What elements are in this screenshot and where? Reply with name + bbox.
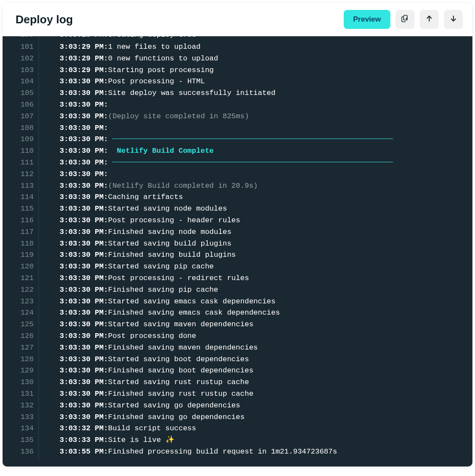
log-line[interactable]: 1253:03:30 PM: Started saving maven depe…	[3, 319, 462, 331]
deploy-log-card: Deploy log Preview	[3, 3, 472, 467]
arrow-down-icon	[449, 14, 458, 25]
log-line[interactable]: 1353:03:33 PM: Site is live ✨	[3, 435, 462, 446]
log-message: Post processing - redirect rules	[108, 273, 249, 284]
log-content: 3:03:30 PM:	[39, 134, 462, 145]
log-line[interactable]: 1063:03:30 PM:	[3, 99, 462, 111]
log-line[interactable]: 1223:03:30 PM: Finished saving pip cache	[3, 284, 462, 296]
deploy-log-header: Deploy log Preview	[3, 3, 472, 36]
log-timestamp: 3:03:30 PM:	[60, 111, 108, 123]
log-content: 3:03:30 PM:	[39, 99, 462, 111]
log-line[interactable]: 1083:03:30 PM:	[3, 123, 462, 134]
log-line[interactable]: 1203:03:30 PM: Started saving pip cache	[3, 261, 462, 273]
log-line[interactable]: 1303:03:30 PM: Started saving rust rustu…	[3, 377, 462, 388]
log-message: Started saving build plugins	[108, 238, 231, 250]
log-message: Started saving emacs cask dependencies	[108, 296, 276, 308]
log-line[interactable]: 1123:03:30 PM:	[3, 169, 462, 180]
log-line[interactable]: 1243:03:30 PM: Finished saving emacs cas…	[3, 307, 462, 319]
scroll-bottom-button[interactable]	[444, 10, 463, 29]
sparkle-icon: ✨	[165, 435, 174, 446]
log-timestamp: 3:03:30 PM:	[60, 88, 108, 99]
log-message: Started saving maven dependencies	[108, 319, 253, 331]
log-line[interactable]: 1133:03:30 PM: (Netlify Build completed …	[3, 180, 462, 192]
log-line[interactable]: 1323:03:30 PM: Started saving go depende…	[3, 400, 462, 412]
line-number: 107	[3, 111, 39, 123]
line-number: 113	[3, 180, 39, 192]
arrow-up-icon	[425, 14, 434, 25]
log-line[interactable]: 1213:03:30 PM: Post processing - redirec…	[3, 273, 462, 284]
log-content: 3:03:30 PM: (Netlify Build completed in …	[39, 180, 462, 192]
log-line[interactable]: 1153:03:30 PM: Started saving node modul…	[3, 203, 462, 215]
scroll-top-button[interactable]	[420, 10, 439, 29]
log-content: 3:03:30 PM:	[39, 169, 462, 180]
log-line[interactable]: 1013:03:29 PM: 1 new files to upload	[3, 41, 462, 53]
log-line[interactable]: 1103:03:30 PM: Netlify Build Complete	[3, 145, 462, 157]
line-number: 127	[3, 342, 39, 354]
preview-button[interactable]: Preview	[344, 10, 390, 29]
log-line[interactable]: 1193:03:30 PM: Finished saving build plu…	[3, 249, 462, 261]
log-content: 3:03:30 PM: Post processing - header rul…	[39, 215, 462, 227]
line-number: 118	[3, 238, 39, 250]
log-timestamp: 3:03:30 PM:	[60, 145, 108, 157]
log-line[interactable]: 1163:03:30 PM: Post processing - header …	[3, 215, 462, 227]
log-line[interactable]: 1183:03:30 PM: Started saving build plug…	[3, 238, 462, 250]
log-message: 1 new files to upload	[108, 41, 200, 53]
log-line[interactable]: 1343:03:32 PM: Build script success	[3, 423, 462, 435]
log-line[interactable]: 1113:03:30 PM:	[3, 157, 462, 169]
log-line[interactable]: 1053:03:30 PM: Site deploy was successfu…	[3, 88, 462, 99]
log-line[interactable]: 1003:03:29 PM: Creating deploy tree	[3, 36, 462, 41]
line-number: 101	[3, 41, 39, 53]
line-number: 121	[3, 273, 39, 284]
line-number: 129	[3, 365, 39, 377]
line-number: 108	[3, 123, 39, 134]
log-timestamp: 3:03:30 PM:	[60, 192, 108, 203]
log-line[interactable]: 1283:03:30 PM: Started saving boot depen…	[3, 354, 462, 366]
section-divider	[112, 139, 393, 139]
line-number: 125	[3, 319, 39, 331]
log-line[interactable]: 1023:03:29 PM: 0 new functions to upload	[3, 53, 462, 65]
log-line[interactable]: 1033:03:29 PM: Starting post processing	[3, 65, 462, 76]
log-message: Creating deploy tree	[108, 36, 196, 41]
log-message: Finished saving go dependencies	[108, 412, 244, 423]
log-content: 3:03:32 PM: Build script success	[39, 423, 462, 435]
log-timestamp: 3:03:32 PM:	[60, 423, 108, 435]
log-content: 3:03:30 PM: Started saving maven depende…	[39, 319, 462, 331]
log-line[interactable]: 1173:03:30 PM: Finished saving node modu…	[3, 227, 462, 238]
log-content: 3:03:30 PM:	[39, 157, 462, 169]
copy-log-button[interactable]	[396, 10, 415, 29]
clipboard-icon	[401, 14, 409, 25]
log-line[interactable]: 1093:03:30 PM:	[3, 134, 462, 145]
log-timestamp: 3:03:30 PM:	[60, 331, 108, 342]
log-timestamp: 3:03:30 PM:	[60, 319, 108, 331]
log-line[interactable]: 1333:03:30 PM: Finished saving go depend…	[3, 412, 462, 423]
log-line[interactable]: 1273:03:30 PM: Finished saving maven dep…	[3, 342, 462, 354]
log-message: Started saving go dependencies	[108, 400, 240, 412]
log-message: Finished saving pip cache	[108, 284, 218, 296]
log-line[interactable]: 1313:03:30 PM: Finished saving rust rust…	[3, 388, 462, 400]
log-line[interactable]: 1073:03:30 PM: (Deploy site completed in…	[3, 111, 462, 123]
log-content: 3:03:30 PM: Started saving go dependenci…	[39, 400, 462, 412]
log-content: 3:03:30 PM: Finished saving go dependenc…	[39, 412, 462, 423]
log-line[interactable]: 1143:03:30 PM: Caching artifacts	[3, 192, 462, 203]
log-line[interactable]: 1263:03:30 PM: Post processing done	[3, 331, 462, 342]
log-message: Site deploy was successfully initiated	[108, 88, 276, 99]
log-timestamp: 3:03:30 PM:	[60, 307, 108, 319]
log-line[interactable]: 1293:03:30 PM: Finished saving boot depe…	[3, 365, 462, 377]
log-message: 0 new functions to upload	[108, 53, 218, 65]
line-number: 128	[3, 354, 39, 366]
log-timestamp: 3:03:30 PM:	[60, 273, 108, 284]
line-number: 116	[3, 215, 39, 227]
log-timestamp: 3:03:30 PM:	[60, 342, 108, 354]
log-message: Finished processing build request in 1m2…	[108, 446, 337, 458]
log-message: (Netlify Build completed in 20.9s)	[108, 180, 258, 192]
log-content: 3:03:30 PM: Site deploy was successfully…	[39, 88, 462, 99]
log-content: 3:03:30 PM: Finished saving maven depend…	[39, 342, 462, 354]
line-number: 106	[3, 99, 39, 111]
deploy-log-body[interactable]: 1003:03:29 PM: Creating deploy tree1013:…	[3, 36, 472, 467]
line-number: 110	[3, 145, 39, 157]
log-content: 3:03:30 PM:	[39, 123, 462, 134]
log-line[interactable]: 1233:03:30 PM: Started saving emacs cask…	[3, 296, 462, 308]
line-number: 114	[3, 192, 39, 203]
log-line[interactable]: 1363:03:55 PM: Finished processing build…	[3, 446, 462, 458]
line-number: 120	[3, 261, 39, 273]
log-line[interactable]: 1043:03:30 PM: Post processing - HTML	[3, 76, 462, 88]
